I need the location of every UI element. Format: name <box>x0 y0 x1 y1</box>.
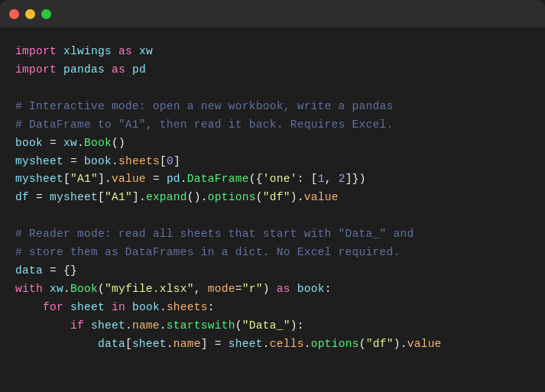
traffic-lights <box>9 9 51 19</box>
code-line-16: if sheet.name.startswith("Data_"): <box>15 317 530 335</box>
code-line-1: import xlwings as xw <box>15 43 530 61</box>
close-button[interactable] <box>9 9 19 19</box>
code-line-3 <box>15 79 530 98</box>
code-line-14: with xw.Book("myfile.xlsx", mode="r") as… <box>15 280 530 299</box>
code-line-15: for sheet in book.sheets: <box>15 299 530 317</box>
maximize-button[interactable] <box>41 9 51 19</box>
code-line-2: import pandas as pd <box>15 61 530 79</box>
code-line-17: data[sheet.name] = sheet.cells.options("… <box>15 335 530 354</box>
code-line-4: # Interactive mode: open a new workbook,… <box>15 98 530 116</box>
code-line-6: book = xw.Book() <box>15 134 530 153</box>
window: import xlwings as xw import pandas as pd… <box>0 0 545 392</box>
code-editor[interactable]: import xlwings as xw import pandas as pd… <box>0 28 545 392</box>
minimize-button[interactable] <box>25 9 35 19</box>
code-line-5: # DataFrame to "A1", then read it back. … <box>15 116 530 134</box>
code-line-8: mysheet["A1"].value = pd.DataFrame({'one… <box>15 170 530 189</box>
code-line-11: # Reader mode: read all sheets that star… <box>15 225 530 244</box>
code-line-9: df = mysheet["A1"].expand().options("df"… <box>15 189 530 207</box>
code-line-13: data = {} <box>15 262 530 280</box>
titlebar <box>0 0 545 28</box>
code-line-10 <box>15 207 530 225</box>
code-line-12: # store them as DataFrames in a dict. No… <box>15 244 530 262</box>
code-line-7: mysheet = book.sheets[0] <box>15 153 530 171</box>
